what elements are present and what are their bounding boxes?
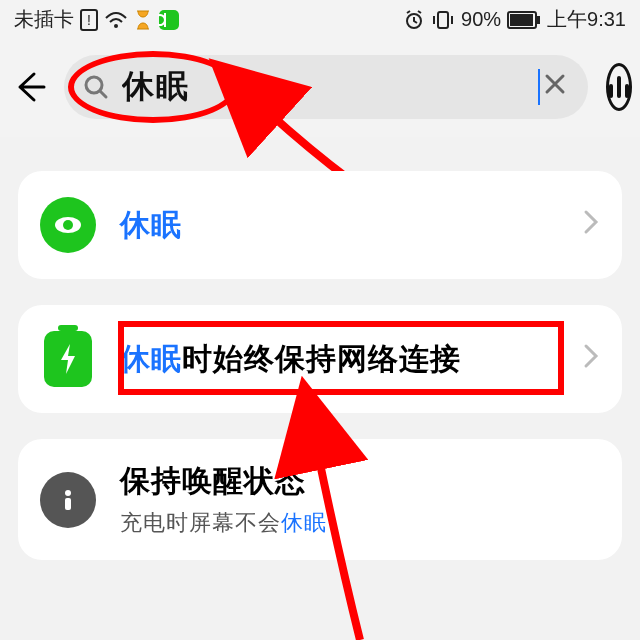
result-title: 保持唤醒状态 — [120, 461, 600, 502]
status-bar: 未插卡 ! 90% 上午9:31 — [0, 0, 640, 35]
battery-icon — [507, 11, 541, 29]
result-item-network-on-sleep[interactable]: 休眠时始终保持网络连接 — [18, 305, 622, 413]
alarm-icon — [403, 9, 425, 31]
search-icon — [82, 73, 110, 101]
sim-warning-icon: ! — [80, 9, 98, 31]
svg-point-12 — [65, 490, 71, 496]
eye-icon — [40, 197, 96, 253]
battery-icon-green — [44, 331, 92, 387]
svg-rect-3 — [159, 10, 179, 30]
svg-text:!: ! — [87, 12, 91, 28]
results-list: 休眠 休眠时始终保持网络连接 保持唤醒状态 充电时屏幕不会休眠 — [0, 163, 640, 560]
vibrate-icon — [431, 9, 455, 31]
result-body: 保持唤醒状态 充电时屏幕不会休眠 — [120, 461, 600, 538]
sim-status-text: 未插卡 — [14, 6, 74, 33]
result-body: 休眠时始终保持网络连接 — [120, 339, 558, 380]
svg-rect-13 — [65, 498, 71, 510]
search-box[interactable] — [64, 55, 588, 119]
result-title: 休眠 — [120, 205, 558, 246]
svg-rect-5 — [438, 12, 448, 28]
result-body: 休眠 — [120, 205, 558, 246]
result-subtitle: 充电时屏幕不会休眠 — [120, 508, 600, 538]
chevron-right-icon — [582, 342, 600, 377]
clear-button[interactable] — [540, 70, 570, 104]
info-icon — [40, 472, 96, 528]
wifi-icon — [104, 10, 128, 30]
hourglass-icon — [134, 9, 152, 31]
result-item-stay-awake[interactable]: 保持唤醒状态 充电时屏幕不会休眠 — [18, 439, 622, 560]
battery-percent-text: 90% — [461, 8, 501, 31]
back-button[interactable] — [12, 65, 46, 109]
svg-point-11 — [63, 220, 73, 230]
voice-assist-button[interactable] — [606, 63, 632, 111]
svg-rect-8 — [537, 16, 540, 24]
result-item-sleep[interactable]: 休眠 — [18, 171, 622, 279]
app-icon — [158, 9, 180, 31]
clock-text: 上午9:31 — [547, 6, 626, 33]
search-row — [0, 35, 640, 137]
svg-point-2 — [114, 24, 118, 28]
status-right: 90% 上午9:31 — [403, 6, 626, 33]
chevron-right-icon — [582, 208, 600, 243]
status-left: 未插卡 ! — [14, 6, 180, 33]
search-input[interactable] — [122, 69, 542, 106]
result-title: 休眠时始终保持网络连接 — [120, 339, 558, 380]
svg-rect-7 — [510, 14, 533, 26]
